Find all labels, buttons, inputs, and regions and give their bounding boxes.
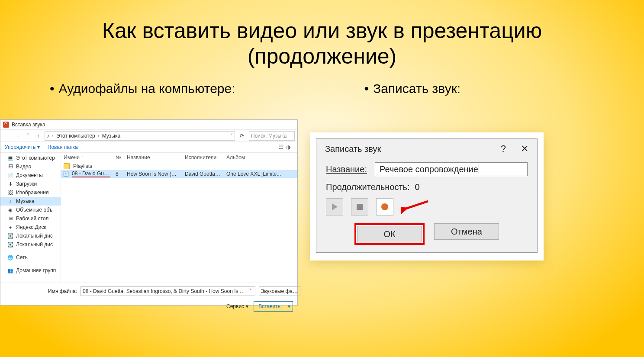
dropdown-icon: ▾ [37, 144, 40, 150]
sidebar-videos[interactable]: 🎞Видео [0, 162, 61, 171]
sidebar-desktop[interactable]: 🖥Рабочий стол [0, 214, 61, 223]
file-artist: David Guetta, Seb... [182, 171, 224, 177]
name-label: Название: [326, 164, 367, 174]
sidebar-homegroup[interactable]: 👥Домашняя групп [0, 266, 61, 275]
bullet-left: Аудиофайлы на компьютере: [50, 81, 235, 96]
sidebar-label: Рабочий стол [16, 215, 48, 222]
sidebar-icon: 🖼 [7, 190, 13, 196]
refresh-button[interactable]: ⟳ [238, 133, 246, 139]
filename-input[interactable]: 08 - David Guetta, Sebastian Ingrosso, &… [80, 286, 255, 296]
breadcrumb-root[interactable]: Этот компьютер [56, 133, 95, 139]
file-type-filter[interactable]: Звуковые файлы [259, 286, 300, 296]
ok-highlight: ОК [354, 223, 425, 245]
close-button[interactable]: ✕ [521, 143, 528, 154]
cancel-button[interactable]: Отмена [434, 223, 499, 240]
sidebar-label: Сеть [16, 254, 28, 261]
sidebar-label: Локальный дис [16, 241, 53, 248]
media-controls [326, 198, 528, 215]
file-open-dialog: Вставка звука ← → ˅ ↑ ♪ › Этот компьютер… [0, 119, 298, 306]
sidebar-music[interactable]: ♪Музыка [0, 197, 61, 206]
sidebar-icon: ♪ [7, 198, 13, 204]
nav-back-button[interactable]: ← [3, 132, 11, 140]
nav-recent-dropdown[interactable]: ˅ [24, 132, 32, 140]
nav-up-button[interactable]: ↑ [34, 132, 42, 140]
sidebar-this-pc[interactable]: 💻Этот компьютер [0, 154, 61, 162]
filename-dropdown-icon[interactable]: ˅ [247, 288, 253, 294]
sidebar-icon: 💽 [7, 233, 13, 239]
dialog-footer: Имя файла: 08 - David Guetta, Sebastian … [0, 283, 297, 315]
file-track-number: 8 [113, 171, 124, 177]
sidebar-label: Документы [16, 172, 43, 178]
folder-icon [64, 163, 70, 169]
sidebar-label: Видео [16, 164, 31, 170]
sort-caret-icon: ˄ [81, 155, 84, 160]
nav-forward-button[interactable]: → [13, 132, 21, 140]
play-button[interactable] [326, 198, 343, 215]
help-button[interactable]: ? [501, 143, 506, 154]
sidebar-pictures[interactable]: 🖼Изображения [0, 188, 61, 197]
breadcrumb-folder[interactable]: Музыка [102, 133, 120, 139]
dialog-title-text: Вставка звука [12, 122, 45, 128]
col-artist[interactable]: Исполнители [182, 154, 224, 161]
nav-row: ← → ˅ ↑ ♪ › Этот компьютер › Музыка ˅ ⟳ … [0, 129, 297, 142]
ok-button[interactable]: ОК [357, 226, 422, 242]
sidebar-icon: ⬇ [7, 181, 13, 187]
sidebar-icon: 🌐 [7, 254, 13, 261]
dialog-titlebar: Вставка звука [0, 120, 297, 129]
record-sound-dialog: Записать звук ? ✕ Название: Речевое сопр… [316, 138, 538, 253]
music-icon: ♪ [47, 133, 49, 139]
insert-button[interactable]: Вставить ▾ [254, 301, 293, 312]
bullet-right: Записать звук: [364, 81, 461, 96]
slide-title: Как вставить видео или звук в презентаци… [0, 0, 644, 69]
sidebar-label: Изображения [16, 190, 48, 196]
address-bar[interactable]: ♪ › Этот компьютер › Музыка ˅ [45, 131, 235, 141]
organize-menu[interactable]: Упорядочить ▾ [5, 144, 40, 150]
sidebar-network[interactable]: 🌐Сеть [0, 253, 61, 262]
col-title[interactable]: Название [124, 154, 182, 161]
sidebar-localdisk1[interactable]: 💽Локальный дис [0, 232, 61, 240]
sidebar-localdisk2[interactable]: 💽Локальный дис [0, 240, 61, 249]
new-folder-button[interactable]: Новая папка [48, 144, 78, 150]
chevron-right-icon: › [52, 133, 54, 139]
sidebar-label: Музыка [16, 198, 34, 204]
filename-label: Имя файла: [48, 288, 77, 294]
slide-title-line2: (продолжение) [0, 44, 644, 69]
stop-button[interactable] [351, 198, 368, 215]
sidebar-icon: 🖥 [7, 215, 13, 222]
search-input[interactable]: Поиск: Музыка [249, 131, 295, 141]
column-headers: Имени˄ № Название Исполнители Альбом [61, 153, 297, 162]
sidebar-downloads[interactable]: ⬇Загрузки [0, 180, 61, 188]
col-number[interactable]: № [113, 154, 124, 161]
col-name[interactable]: Имени˄ [61, 154, 113, 161]
name-input[interactable]: Речевое сопровождение [375, 162, 528, 176]
sidebar-icon: ◉ [7, 207, 13, 213]
sidebar-icon: 💻 [7, 155, 13, 161]
svg-line-1 [405, 201, 428, 209]
sidebar: 💻Этот компьютер🎞Видео📄Документы⬇Загрузки… [0, 153, 61, 283]
view-options-button[interactable]: ☷ [279, 144, 283, 150]
record-button[interactable] [376, 198, 393, 215]
insert-dropdown[interactable]: ▾ [285, 302, 293, 311]
tools-menu[interactable]: Сервис ▾ [226, 303, 248, 309]
record-title-text: Записать звук [325, 144, 381, 154]
sidebar-3d[interactable]: ◉Объемные объ [0, 206, 61, 214]
duration-value: 0 [415, 182, 420, 192]
sidebar-icon: 📄 [7, 172, 13, 178]
sidebar-documents[interactable]: 📄Документы [0, 171, 61, 180]
address-dropdown[interactable]: ˅ [230, 133, 233, 139]
help-button[interactable]: ◑ [286, 144, 290, 150]
dialog-toolbar: Упорядочить ▾ Новая папка ☷ ◑ [0, 142, 297, 153]
chevron-right-icon: › [98, 133, 100, 139]
slide-title-line1: Как вставить видео или звук в презентаци… [0, 18, 644, 44]
sidebar-label: Этот компьютер [16, 155, 55, 161]
file-name: 08 - David Guetta, S... [72, 170, 110, 177]
duration-label: Продолжительность: [326, 182, 410, 192]
sidebar-icon: 🎞 [7, 164, 13, 170]
col-album[interactable]: Альбом [224, 154, 297, 161]
file-row[interactable]: 08 - David Guetta, S...8How Soon Is Now … [61, 170, 297, 178]
file-name: Playlists [73, 163, 92, 169]
file-row[interactable]: Playlists [61, 162, 297, 170]
bullet-row: Аудиофайлы на компьютере: Записать звук: [0, 69, 644, 96]
sidebar-label: Загрузки [16, 181, 37, 187]
sidebar-yadisk[interactable]: ●Яндекс.Диск [0, 223, 61, 232]
